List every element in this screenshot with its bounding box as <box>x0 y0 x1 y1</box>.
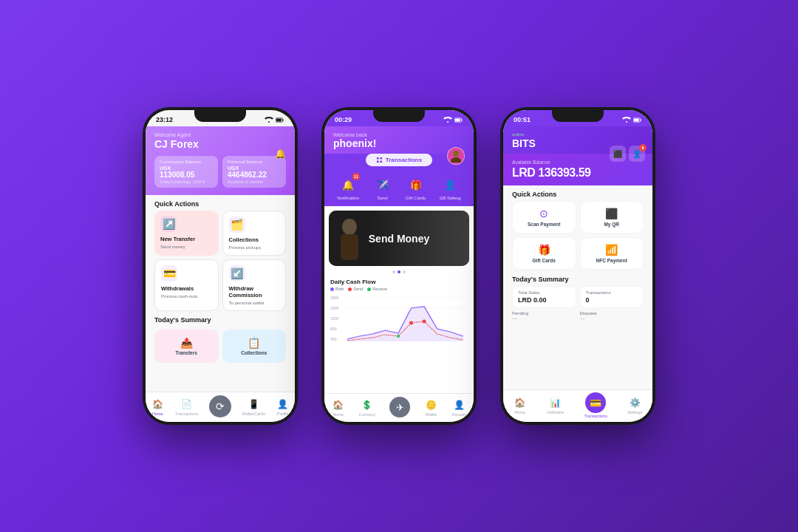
pending-row: Pending — Disputes — <box>512 311 644 321</box>
notification-label: Notification <box>337 196 359 200</box>
scan-payment-btn[interactable]: ⊙ Scan Payment <box>512 201 576 233</box>
gbsafe-icon: 👤 <box>440 175 460 194</box>
disputes-value: — <box>580 316 644 321</box>
phone1-header: Welcome Agent CJ Forex 🔔 Commission Bala… <box>146 126 295 195</box>
collections-sum-icon: 📋 <box>248 337 260 349</box>
gbsafe-item[interactable]: 👤 GB Safesg <box>440 175 461 200</box>
phone3-main: Quick Actions ⊙ Scan Payment ⬛ My QR 🎁 G… <box>503 185 652 389</box>
notification-badge: 11 <box>352 173 360 180</box>
commission-balance-card: Commission Balance UGX 113008.05 Today's… <box>154 156 218 188</box>
tx-center-btn-3[interactable]: 💳 <box>585 392 606 413</box>
wifi-icon-2 <box>443 117 452 123</box>
personal-sub: Available to transfer <box>228 180 281 184</box>
svg-rect-11 <box>380 160 382 163</box>
withdrawals-title: Withdrawals <box>161 285 212 292</box>
personal-label: Personal Balance <box>228 160 281 164</box>
summary-transfers[interactable]: 📤 Transfers <box>154 330 219 363</box>
gift-cards-label: Gift Cards <box>533 258 556 263</box>
svg-rect-10 <box>377 160 379 163</box>
time-1: 23:12 <box>156 116 173 123</box>
wifi-icon-1 <box>265 117 273 123</box>
notification-item[interactable]: 🔔 11 Notification <box>337 175 359 200</box>
balance-currency: LRD <box>512 166 535 179</box>
commission-label: Commission Balance <box>160 160 213 164</box>
phone-2: 00:29 Welcome back phoenix! Transactions <box>321 107 477 425</box>
legend-dot-send <box>348 287 352 291</box>
user-avatar[interactable] <box>447 147 465 165</box>
svg-rect-5 <box>455 118 460 120</box>
nav-currency[interactable]: 💲 Currency <box>359 398 375 417</box>
svg-point-7 <box>451 157 461 163</box>
nav-wallet-1[interactable]: 📱 Wallet/Cards <box>242 398 265 416</box>
dot-2 <box>398 270 400 273</box>
collections-title: Collections <box>229 236 280 243</box>
action-collections[interactable]: 🗂️ Collections Process pickups <box>222 211 287 256</box>
transactions-tab[interactable]: Transactions <box>366 154 432 166</box>
notch-1 <box>194 110 246 122</box>
phone3-summary-title: Today's Summary <box>512 276 644 283</box>
action-withdraw-commission[interactable]: ↙️ Withdraw Commission To personal walle… <box>222 259 287 311</box>
nav-home-1[interactable]: 🏠 Home <box>151 398 164 416</box>
nav-account[interactable]: 👤 Account <box>452 398 467 417</box>
send-money-banner[interactable]: Send Money <box>329 211 469 266</box>
send-item[interactable]: ✈️ Send <box>373 175 392 200</box>
transactions-label: Transactions <box>586 290 638 295</box>
user-badge: 9 <box>639 144 647 151</box>
today-summary-section: Today's Summary Total Sales LRD 0.00 Tra… <box>503 273 652 324</box>
svg-text:400: 400 <box>330 337 337 341</box>
transfer-icon: ↗️ <box>160 216 177 232</box>
cash-flow-chart: Daily Cash Flow Both Send Receive <box>324 276 474 348</box>
nav-home-3[interactable]: 🏠 Home <box>514 396 527 415</box>
nav-analytics[interactable]: 📊 Unfinishe <box>547 396 564 415</box>
transfers-label: Transfers <box>176 350 197 355</box>
battery-icon-2 <box>454 117 463 123</box>
action-new-transfer[interactable]: ↗️ New Transfer Send money <box>154 211 219 256</box>
svg-point-3 <box>447 121 449 123</box>
total-sales-label: Total Sales <box>518 290 570 295</box>
nav-tx-1[interactable]: 📄 Transactions <box>175 398 198 416</box>
quick-actions-grid: ↗️ New Transfer Send money 🗂️ Collection… <box>146 211 295 311</box>
my-qr-btn[interactable]: ⬛ My QR <box>580 201 644 233</box>
nav-settings[interactable]: ⚙️ Settings <box>627 396 642 415</box>
battery-icon-3 <box>633 117 642 123</box>
summary-collections[interactable]: 📋 Collections <box>222 330 287 363</box>
time-3: 00:51 <box>514 116 531 123</box>
notch-3 <box>552 110 604 122</box>
send-center-btn-2[interactable]: ✈ <box>389 397 410 417</box>
nav-profile-1[interactable]: 👤 Profile <box>276 398 290 416</box>
giftcards-icon: 🎁 <box>406 175 426 194</box>
notification-icon: 🔔 11 <box>338 175 358 194</box>
send-center-btn[interactable]: ⟳ <box>209 395 231 417</box>
bell-icon-1[interactable]: 🔔 <box>275 149 286 159</box>
home-icon-2: 🏠 <box>332 398 345 412</box>
svg-text:1200: 1200 <box>330 316 339 321</box>
home-icon-3: 🏠 <box>514 396 527 409</box>
gift-cards-btn[interactable]: 🎁 Gift Cards <box>512 237 576 270</box>
today-summary-title: Today's Summary <box>146 311 295 327</box>
nav-home-2[interactable]: 🏠 Home <box>332 398 345 417</box>
nav-wallet-2[interactable]: 🪙 Wallet <box>424 398 437 417</box>
dot-3 <box>403 270 406 273</box>
nav-send-2[interactable]: ✈ <box>389 397 410 417</box>
chart-legend: Both Send Receive <box>330 287 468 291</box>
action-withdrawals[interactable]: 💳 Withdrawals Process cash-outs <box>154 259 219 311</box>
svg-point-0 <box>268 121 270 123</box>
phone3-qa-grid: ⊙ Scan Payment ⬛ My QR 🎁 Gift Cards 📶 NF… <box>503 201 652 273</box>
svg-point-26 <box>397 335 400 338</box>
wallet-icon-2: 🪙 <box>424 398 437 412</box>
online-badge: online <box>512 132 644 137</box>
nav-send-1[interactable]: ⟳ <box>209 395 231 417</box>
scan-payment-icon: ⊙ <box>539 208 548 219</box>
phone2-bottom-nav: 🏠 Home 💲 Currency ✈ 🪙 Wallet 👤 Account <box>324 393 474 422</box>
commission-amount: 113008.05 <box>160 171 213 179</box>
giftcards-item[interactable]: 🎁 Gift Cards <box>406 175 426 200</box>
notch-2 <box>373 110 425 122</box>
withdraw-commission-icon: ↙️ <box>229 265 245 282</box>
commission-sub: Today's Earnings: UGX 9 <box>160 180 213 184</box>
nfc-payment-btn[interactable]: 📶 NFC Payment <box>580 237 644 270</box>
send-icon: ✈️ <box>373 175 392 194</box>
send-label: Send <box>378 196 388 200</box>
daily-cash-flow-svg: 2000 1600 1200 800 400 <box>330 293 468 345</box>
nav-tx-3[interactable]: 💳 Transactions <box>584 392 607 418</box>
analytics-icon: 📊 <box>549 396 562 409</box>
